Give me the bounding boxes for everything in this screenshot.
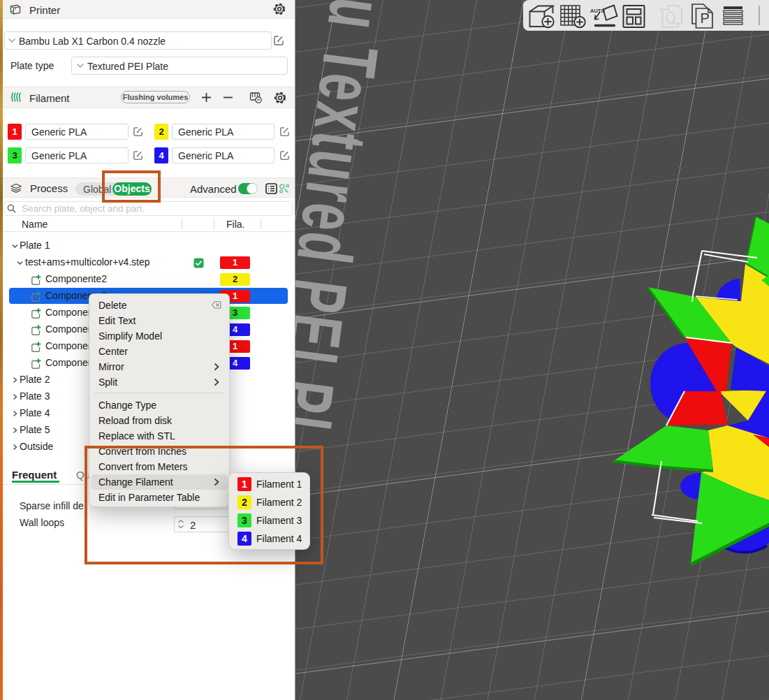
svg-text:P: P	[701, 10, 710, 26]
svg-text:bu Textured PEI Pl: bu Textured PEI Pl	[295, 0, 404, 436]
svg-text:AUTO: AUTO	[590, 8, 605, 14]
